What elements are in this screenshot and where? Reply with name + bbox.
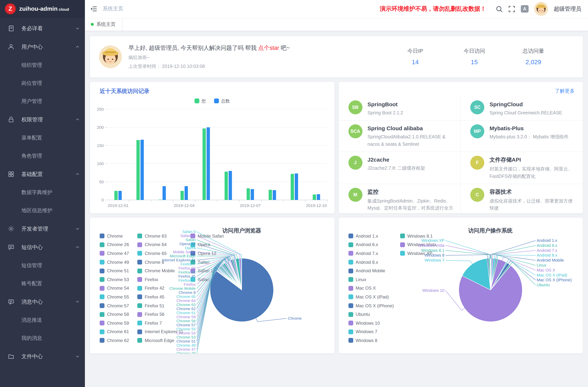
pie-label: Opera <box>185 246 196 250</box>
row-charts-top: 近十天系统访问记录 您总数 0501001502002502019-12-012… <box>90 82 583 213</box>
sidebar-subitem[interactable]: 地区信息维护 <box>0 202 85 220</box>
sidebar-item-label: 消息中心 <box>21 298 75 305</box>
tab-active-dot <box>91 23 94 26</box>
sidebar-subitem[interactable]: 数据字典维护 <box>0 183 85 202</box>
sidebar-item-label: 文件中心 <box>21 353 75 360</box>
legend-item[interactable]: 您 <box>194 98 206 104</box>
bar <box>119 191 122 200</box>
bar <box>251 189 254 200</box>
pie-label: Mac OS X (iPad) <box>537 273 567 277</box>
svg-text:2019-12-04: 2019-12-04 <box>174 203 195 208</box>
breadcrumb[interactable]: 系统主页 <box>103 5 123 12</box>
feature-item: F文件存储API封装文件接口，实现本地存储、阿里云、FastDFS存储的配置化 <box>461 152 583 184</box>
sidebar-subitem[interactable]: 组织管理 <box>0 56 85 74</box>
font-size-icon[interactable]: A <box>521 5 528 13</box>
bar <box>317 194 320 200</box>
sidebar-item-label: 开发者管理 <box>21 225 75 232</box>
sidebar-subitem[interactable]: 短信管理 <box>0 256 85 274</box>
pie-label: Chrome Mobile <box>169 286 196 290</box>
pie-label: Android 7.x <box>537 248 557 253</box>
sidebar-item[interactable]: 基础配置 <box>0 165 85 183</box>
bar <box>247 188 250 200</box>
collapse-sidebar-icon[interactable] <box>90 5 97 13</box>
fullscreen-icon[interactable] <box>508 5 515 12</box>
bar <box>163 186 166 200</box>
sidebar: Z zuihou-admincloud 务必详看用户中心组织管理岗位管理用户管理… <box>0 0 85 387</box>
pie-label: Chrome 57 <box>176 323 196 327</box>
user-avatar[interactable] <box>534 2 548 16</box>
feature-title: 监控 <box>367 188 454 196</box>
feature-item: JJ2cacheJ2cache2.7.8: 二级缓存框架 <box>339 152 461 184</box>
main-area: 系统主页 演示环境维护不易，请勿乱删乱改数据！ A 超级管理员 系统主页 <box>85 0 588 387</box>
pie-label: Windows 10 <box>422 288 444 293</box>
pie-label: Android 6.x <box>537 243 557 248</box>
sidebar-item[interactable]: 短信中心 <box>0 238 85 256</box>
pie-label: Chrome 61 <box>176 311 196 315</box>
feature-desc: Spring Cloud Greenwich.RELEASE <box>490 110 562 117</box>
pie-label: Windows Vista <box>418 243 444 248</box>
folder-icon <box>8 353 14 360</box>
lock-icon <box>8 116 14 123</box>
stat-item: 今日IP14 <box>386 48 445 66</box>
notebook-icon <box>8 25 14 32</box>
legend-item[interactable]: 总数 <box>214 98 230 104</box>
sidebar-item[interactable]: 文件中心 <box>0 347 85 366</box>
svg-text:50: 50 <box>99 180 104 184</box>
tab-system-home[interactable]: 系统主页 <box>91 18 123 31</box>
gear-icon <box>8 225 14 232</box>
visits-bar-chart: 0501001502002502019-12-012019-12-042019-… <box>90 105 334 212</box>
star-link[interactable]: 点个star <box>258 44 279 51</box>
bar-chart-legend: 您总数 <box>90 98 334 104</box>
greeting-text-block: 早上好, 超级管理员, 今天帮别人解决问题了吗 帮我 点个star 吧~ 疯狂加… <box>128 44 290 70</box>
stat-item: 总访问量2,029 <box>504 48 563 66</box>
pie-label: Firefox 42 <box>178 278 196 283</box>
page-content: 早上好, 超级管理员, 今天帮别人解决问题了吗 帮我 点个star 吧~ 疯狂加… <box>85 31 588 387</box>
pie-label: Chrome 53 <box>176 335 196 339</box>
sidebar-subitem[interactable]: 我的消息 <box>0 329 85 347</box>
feature-badge: C <box>470 188 484 202</box>
learn-more-link[interactable]: 了解更多 <box>555 88 575 94</box>
sidebar-item[interactable]: 消息中心 <box>0 293 85 311</box>
svg-text:150: 150 <box>97 143 104 148</box>
search-icon[interactable] <box>496 5 503 12</box>
sidebar-subitem[interactable]: 角色管理 <box>0 147 85 165</box>
topbar-actions: A 超级管理员 <box>496 2 581 16</box>
feature-badge: SB <box>348 100 362 114</box>
feature-title: SpringCloud <box>490 101 562 107</box>
sidebar-item[interactable]: 用户中心 <box>0 38 85 56</box>
sidebar-item-label: 用户中心 <box>21 43 75 50</box>
pie-label: Android Mobile <box>537 258 564 263</box>
feature-title: SpringBoot <box>367 101 403 107</box>
feature-desc: 集成SpringBootAdmin、Zipkin、Redis、Mysql、定时任… <box>367 198 454 213</box>
sms-icon <box>8 244 14 250</box>
bar <box>225 172 228 200</box>
sidebar-item[interactable]: 务必详看 <box>0 19 85 38</box>
config-grid-icon <box>8 171 14 178</box>
chevron-down-icon <box>75 226 80 231</box>
pie-label: Safari 9 <box>182 229 196 234</box>
sidebar-subitem[interactable]: 消息推送 <box>0 311 85 329</box>
pie-label: Chrome 54 <box>176 331 196 335</box>
greeting-avatar <box>99 45 122 68</box>
bar <box>291 174 294 200</box>
sidebar-item[interactable]: 权限管理 <box>0 110 85 129</box>
sidebar-item[interactable]: 开发者管理 <box>0 220 85 238</box>
app-logo[interactable]: Z zuihou-admincloud <box>0 0 85 18</box>
sidebar-subitem[interactable]: 用户管理 <box>0 92 85 110</box>
sidebar-item-label: 权限管理 <box>21 116 75 123</box>
row-charts-bottom: 访问用户浏览器 ChromeChrome 26Chrome 47Chrome 4… <box>90 218 583 353</box>
sidebar-subitem[interactable]: 岗位管理 <box>0 74 85 92</box>
user-icon <box>8 43 14 50</box>
app-window: Z zuihou-admincloud 务必详看用户中心组织管理岗位管理用户管理… <box>0 0 588 387</box>
sidebar-subitem[interactable]: 账号配置 <box>0 274 85 293</box>
feature-desc: 封装文件接口，实现本地存储、阿里云、FastDFS存储的配置化 <box>490 166 576 180</box>
stat-value: 14 <box>386 59 445 66</box>
bar <box>136 140 140 200</box>
pie-label: Opera 12 <box>179 242 196 246</box>
sidebar-subitem[interactable]: 菜单配置 <box>0 129 85 147</box>
current-user-name[interactable]: 超级管理员 <box>554 5 581 12</box>
pie-label: Windows 7 <box>424 258 444 263</box>
bar <box>269 190 272 200</box>
svg-text:250: 250 <box>97 107 104 112</box>
browser-pie-chart: Safari 9Safari 11SafariOpera 12OperaMobi… <box>90 218 334 353</box>
